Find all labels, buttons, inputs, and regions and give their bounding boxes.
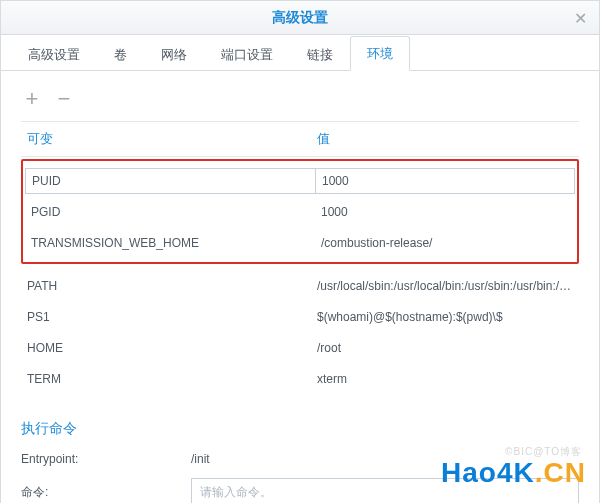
env-key: PGID bbox=[25, 205, 315, 219]
command-label: 命令: bbox=[21, 484, 191, 501]
tab-links[interactable]: 链接 bbox=[290, 37, 350, 71]
action-bar: + − bbox=[21, 83, 579, 121]
tab-ports[interactable]: 端口设置 bbox=[204, 37, 290, 71]
table-row[interactable]: HOME /root bbox=[21, 332, 579, 363]
add-icon[interactable]: + bbox=[21, 89, 43, 109]
watermark: Hao4K.CN bbox=[441, 457, 586, 489]
env-value-input[interactable] bbox=[315, 168, 575, 194]
tab-content: + − 可变 值 PGID 1000 TRANSMISSION_WEB_HOME bbox=[1, 71, 599, 503]
col-header-value[interactable]: 值 bbox=[311, 122, 579, 156]
dialog: 高级设置 ✕ 高级设置 卷 网络 端口设置 链接 环境 + − 可变 值 bbox=[0, 0, 600, 503]
dialog-title: 高级设置 bbox=[272, 9, 328, 27]
highlight-annotation: PGID 1000 TRANSMISSION_WEB_HOME /combust… bbox=[21, 159, 579, 264]
exec-section-title: 执行命令 bbox=[21, 420, 579, 438]
entrypoint-label: Entrypoint: bbox=[21, 452, 191, 466]
entrypoint-value: /init bbox=[191, 452, 210, 466]
remove-icon[interactable]: − bbox=[53, 89, 75, 109]
env-key: PATH bbox=[21, 279, 311, 293]
tab-environment[interactable]: 环境 bbox=[350, 36, 410, 71]
table-row[interactable] bbox=[25, 165, 575, 196]
table-row[interactable]: PGID 1000 bbox=[25, 196, 575, 227]
table-row[interactable]: PS1 $(whoami)@$(hostname):$(pwd)\$ bbox=[21, 301, 579, 332]
env-key: HOME bbox=[21, 341, 311, 355]
env-value: /combustion-release/ bbox=[315, 236, 575, 250]
col-header-variable[interactable]: 可变 bbox=[21, 122, 311, 156]
env-key-input[interactable] bbox=[25, 168, 315, 194]
close-icon[interactable]: ✕ bbox=[574, 9, 587, 28]
env-value: /root bbox=[311, 341, 579, 355]
env-table: 可变 值 PGID 1000 TRANSMISSION_WEB_HOME /co… bbox=[21, 121, 579, 394]
table-row[interactable]: TRANSMISSION_WEB_HOME /combustion-releas… bbox=[25, 227, 575, 258]
env-key: TRANSMISSION_WEB_HOME bbox=[25, 236, 315, 250]
table-row[interactable]: PATH /usr/local/sbin:/usr/local/bin:/usr… bbox=[21, 270, 579, 301]
table-row[interactable]: TERM xterm bbox=[21, 363, 579, 394]
tab-advanced[interactable]: 高级设置 bbox=[11, 37, 97, 71]
tabs: 高级设置 卷 网络 端口设置 链接 环境 bbox=[1, 35, 599, 71]
tab-network[interactable]: 网络 bbox=[144, 37, 204, 71]
dialog-header: 高级设置 ✕ bbox=[1, 1, 599, 35]
env-value: $(whoami)@$(hostname):$(pwd)\$ bbox=[311, 310, 579, 324]
watermark-text-1: Hao4K bbox=[441, 457, 535, 488]
tab-volume[interactable]: 卷 bbox=[97, 37, 144, 71]
env-value: /usr/local/sbin:/usr/local/bin:/usr/sbin… bbox=[311, 279, 579, 293]
env-value: 1000 bbox=[315, 205, 575, 219]
env-value: xterm bbox=[311, 372, 579, 386]
table-header: 可变 值 bbox=[21, 121, 579, 157]
env-key: PS1 bbox=[21, 310, 311, 324]
env-key: TERM bbox=[21, 372, 311, 386]
watermark-text-2: .CN bbox=[535, 457, 586, 488]
